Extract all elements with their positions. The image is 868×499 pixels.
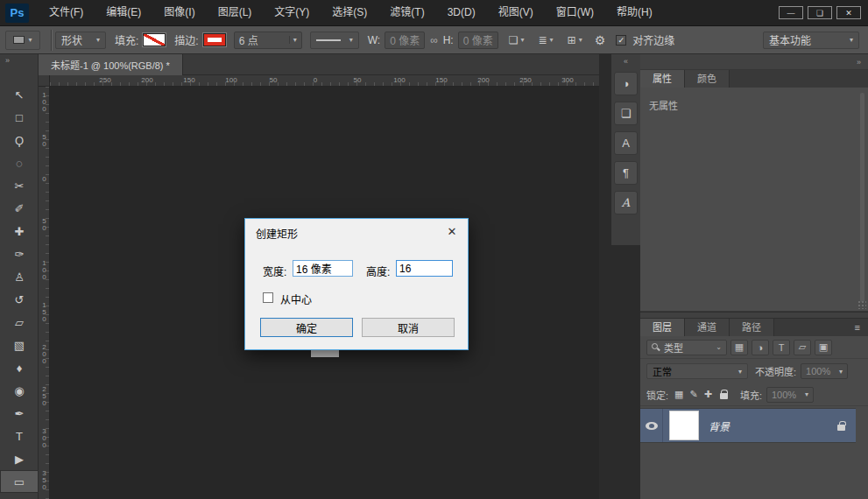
filter-smart-object-icon[interactable]: ▣: [815, 340, 832, 355]
spot-healing-brush-tool[interactable]: ✚: [0, 220, 39, 242]
adjustments-panel-icon[interactable]: ◑: [614, 72, 638, 95]
type-tool[interactable]: T: [0, 425, 39, 447]
menu-item[interactable]: 编辑(E): [95, 0, 152, 25]
ruler-label: 200: [477, 76, 489, 84]
panel-menu-icon[interactable]: ≡: [847, 322, 868, 333]
filter-adjustment-icon[interactable]: ◑: [752, 340, 769, 355]
filter-pixel-icon[interactable]: ▦: [730, 340, 748, 355]
expand-dock-button[interactable]: «: [611, 54, 640, 68]
crop-tool[interactable]: ✂: [0, 174, 39, 197]
dialog-title: 创建矩形: [256, 226, 298, 241]
document-canvas[interactable]: [311, 349, 339, 357]
menu-item[interactable]: 图层(L): [207, 0, 264, 25]
blur-tool[interactable]: ♦: [0, 356, 39, 379]
menu-item[interactable]: 3D(D): [436, 0, 487, 25]
horizontal-ruler[interactable]: 25020015010050050100150200250300: [50, 75, 599, 87]
layer-filter-row: 类型 ⌄ ▦◑T▱▣: [640, 336, 868, 359]
lock-paint-icon[interactable]: ✎: [689, 389, 697, 400]
tool-preset-dropdown[interactable]: ▾: [5, 31, 40, 50]
collapse-panels-button[interactable]: »: [640, 54, 868, 70]
layer-thumbnail[interactable]: [670, 411, 698, 439]
tab-color[interactable]: 颜色: [685, 70, 730, 88]
close-icon[interactable]: ✕: [441, 223, 462, 240]
tab-properties[interactable]: 属性: [640, 70, 685, 88]
path-operations-button[interactable]: ❏ ▾: [505, 32, 528, 49]
stroke-type-dropdown[interactable]: ▾: [310, 32, 359, 49]
dodge-tool[interactable]: ◉: [0, 379, 39, 402]
width-input[interactable]: [293, 260, 353, 277]
brush-tool[interactable]: ✑: [0, 242, 39, 265]
menu-item[interactable]: 视图(V): [487, 0, 545, 25]
path-arrange-button[interactable]: ⊞ ▾: [564, 32, 586, 49]
layer-fill-field[interactable]: 100% ▾: [766, 387, 814, 403]
gradient-tool[interactable]: ▧: [0, 334, 39, 356]
path-selection-tool[interactable]: ▶: [0, 447, 39, 470]
chevron-down-icon: ▾: [805, 390, 808, 398]
tab-paths[interactable]: 路径: [730, 319, 774, 336]
lock-position-icon[interactable]: ✚: [704, 389, 712, 400]
lock-transparency-icon[interactable]: ▦: [674, 389, 683, 400]
eyedropper-tool[interactable]: ✐: [0, 197, 39, 220]
layer-filter-dropdown[interactable]: 类型 ⌄: [646, 340, 727, 355]
cancel-button[interactable]: 取消: [362, 318, 455, 337]
lasso-tool[interactable]: Ϙ: [0, 129, 39, 151]
character-panel-icon[interactable]: A: [614, 131, 638, 155]
lock-all-icon[interactable]: [720, 393, 728, 399]
ok-button[interactable]: 确定: [260, 318, 353, 337]
toolbar-collapse-button[interactable]: »: [0, 54, 38, 67]
fill-swatch[interactable]: [143, 33, 166, 46]
link-dimensions-icon[interactable]: ∞: [430, 34, 438, 46]
title-bar: Ps 文件(F)编辑(E)图像(I)图层(L)文字(Y)选择(S)滤镜(T)3D…: [0, 0, 868, 26]
tool-mode-dropdown[interactable]: 形状 ▾: [55, 32, 106, 49]
menu-item[interactable]: 图像(I): [152, 0, 206, 25]
pen-tool[interactable]: ✒: [0, 402, 39, 425]
path-alignment-button[interactable]: ≣ ▾: [534, 32, 556, 49]
quick-selection-tool[interactable]: ◌: [0, 151, 39, 174]
scrollbar[interactable]: [860, 93, 864, 302]
panel-splitter[interactable]: [640, 312, 868, 319]
path-operations-icon: ❏: [509, 34, 519, 46]
layer-row-background[interactable]: 背景: [640, 408, 856, 443]
minimize-button[interactable]: —: [779, 6, 803, 19]
eraser-tool[interactable]: ▱: [0, 311, 39, 334]
character-styles-panel-icon[interactable]: A: [614, 191, 638, 214]
height-input[interactable]: [396, 260, 453, 277]
menu-item[interactable]: 窗口(W): [545, 0, 605, 25]
visibility-toggle[interactable]: [640, 409, 663, 442]
styles-panel-icon[interactable]: ❏: [614, 102, 638, 125]
menu-item[interactable]: 文件(F): [38, 0, 95, 25]
filter-type-icon[interactable]: T: [773, 340, 790, 355]
shape-height-field[interactable]: 0 像素: [458, 32, 498, 49]
document-tab[interactable]: 未标题-1 @ 100%(RGB/8) *: [39, 54, 183, 75]
menu-item[interactable]: 滤镜(T): [378, 0, 435, 25]
opacity-field[interactable]: 100% ▾: [801, 363, 848, 379]
tab-layers[interactable]: 图层: [640, 319, 685, 336]
close-button[interactable]: ✕: [836, 6, 861, 19]
history-brush-tool[interactable]: ↺: [0, 288, 39, 311]
menu-item[interactable]: 帮助(H): [605, 0, 664, 25]
rectangle-tool[interactable]: ▭: [0, 470, 39, 493]
align-edges-checkbox[interactable]: ✓: [616, 35, 626, 46]
height-label: 高度:: [366, 264, 390, 278]
resize-grip-icon[interactable]: [857, 300, 866, 309]
tab-channels[interactable]: 通道: [685, 319, 730, 336]
from-center-checkbox[interactable]: [263, 292, 273, 303]
vertical-ruler[interactable]: 10050050100150200250300350400: [39, 87, 50, 499]
restore-button[interactable]: ❏: [808, 6, 832, 19]
right-dock: « ◑❏A¶A » 属性颜色 无属性 图层通道路径 ≡ 类型 ⌄ ▦◑T▱▣: [599, 54, 868, 499]
stroke-swatch[interactable]: [203, 33, 226, 46]
clone-stamp-tool[interactable]: ♙: [0, 265, 39, 288]
layer-fill-label: 填充:: [740, 388, 762, 402]
shape-width-field[interactable]: 0 像素: [385, 32, 425, 49]
workspace-switcher[interactable]: 基本功能 ▾: [763, 32, 859, 49]
move-tool[interactable]: ↖: [0, 83, 39, 106]
stroke-width-value: 6 点: [239, 32, 258, 47]
paragraph-panel-icon[interactable]: ¶: [614, 161, 638, 185]
gear-icon[interactable]: ⚙: [595, 33, 606, 47]
menu-item[interactable]: 文字(Y): [263, 0, 321, 25]
stroke-width-field[interactable]: 6 点 ▾: [234, 32, 302, 49]
filter-shape-icon[interactable]: ▱: [794, 340, 811, 355]
rectangular-marquee-tool[interactable]: □: [0, 106, 39, 129]
menu-item[interactable]: 选择(S): [321, 0, 378, 25]
blend-mode-dropdown[interactable]: 正常 ▾: [646, 363, 748, 379]
